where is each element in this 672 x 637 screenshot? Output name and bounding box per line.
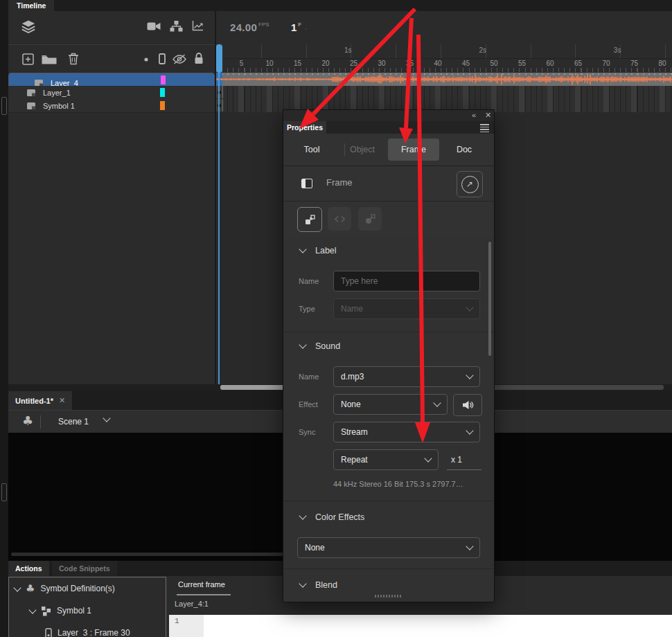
label-name-input[interactable] (333, 271, 480, 291)
frame-row-layer-1[interactable] (216, 86, 672, 100)
color-effect-select[interactable]: None (297, 537, 480, 558)
new-folder-button[interactable] (42, 55, 57, 64)
timeline-hscrollbar-thumb[interactable] (220, 385, 285, 390)
current-frame-display[interactable]: 1F · (291, 21, 307, 34)
section-sound[interactable]: Sound (283, 341, 494, 352)
object-header-label: Frame (326, 177, 353, 188)
ruler-ticks (216, 68, 672, 72)
chevron-down-icon[interactable] (13, 584, 21, 591)
audio-waveform-row[interactable] (216, 73, 672, 86)
tab-frame[interactable]: Frame (388, 134, 439, 165)
ruler-frame-number: 70 (602, 60, 610, 67)
layer-row-symbol-1[interactable]: Symbol 1 (8, 99, 215, 113)
divider (40, 415, 41, 429)
section-label[interactable]: Label (283, 245, 494, 256)
keyframe-marker[interactable] (216, 86, 223, 98)
convert-to-keyframe-button[interactable] (297, 207, 322, 232)
divider (283, 568, 494, 569)
tree-item-layer-3-frame-30[interactable]: Layer_3 : Frame 30 (9, 625, 166, 637)
tab-actions[interactable]: Actions (8, 561, 49, 576)
scene-chevron-down-icon[interactable] (103, 414, 110, 422)
script-editor[interactable]: 1 (169, 615, 672, 637)
sound-effect-select[interactable]: None (333, 394, 448, 415)
ruler-frame-number: 60 (546, 60, 554, 67)
chevron-down-icon (299, 580, 306, 587)
new-layer-button[interactable] (22, 53, 34, 65)
delete-layer-button[interactable] (68, 53, 79, 65)
properties-vscrollbar[interactable] (488, 242, 491, 356)
current-frame-tab[interactable]: Current frame (178, 580, 225, 589)
label-type-select[interactable]: Name (333, 298, 480, 319)
close-panel-icon[interactable]: ✕ (485, 111, 491, 120)
stage-hscrollbar[interactable] (11, 553, 291, 556)
layer-color-swatch[interactable] (160, 88, 165, 97)
document-tab[interactable]: Untitled-1* ✕ (8, 391, 72, 410)
close-document-icon[interactable]: ✕ (59, 396, 65, 405)
tab-properties[interactable]: Properties (283, 121, 326, 134)
tab-timeline[interactable]: Timeline (8, 0, 54, 11)
tab-tool[interactable]: Tool (294, 134, 329, 165)
sound-name-select[interactable]: d.mp3 (333, 366, 480, 387)
layer-color-swatch[interactable] (161, 75, 166, 84)
playhead-line (218, 73, 220, 384)
edit-sound-envelope-button[interactable] (453, 394, 482, 416)
help-launch-button[interactable]: ↗ (457, 171, 483, 197)
tab-object[interactable]: Object (343, 134, 382, 165)
scene-clubs-icon[interactable]: ♣ (22, 413, 33, 428)
sound-sync-label: Sync (299, 428, 315, 436)
ruler-frame-number: 45 (462, 60, 470, 67)
chevron-down-icon (299, 512, 306, 519)
ruler-frame-number: 25 (350, 60, 357, 67)
node-hierarchy-icon[interactable] (170, 21, 183, 32)
tree-item-symbol-1[interactable]: Symbol 1 (9, 602, 166, 619)
timeline-ruler[interactable]: 1s2s3s 5101520253035404550556065707580 (216, 44, 672, 73)
layer-toolbar (8, 44, 215, 73)
panel-menu-icon[interactable] (480, 124, 489, 134)
collapse-panel-icon[interactable]: « (472, 111, 476, 119)
lock-layers-icon[interactable] (194, 53, 204, 64)
fps-display[interactable]: 24.00FPS (230, 21, 269, 34)
current-frame-value: 1 (291, 21, 297, 33)
layers-stack-icon[interactable] (21, 19, 36, 33)
clubs-icon: ♣ (26, 582, 35, 595)
tree-item-symbol-definition-s-[interactable]: ♣Symbol Definition(s) (9, 580, 166, 597)
properties-tabbar: Properties (283, 121, 494, 134)
ruler-frame-number: 55 (518, 60, 526, 67)
chevron-down-icon (466, 303, 473, 311)
dock-handle[interactable] (1, 483, 7, 501)
sound-repeat-select[interactable]: Repeat (333, 449, 439, 470)
playhead[interactable] (216, 44, 222, 73)
ruler-frame-number: 15 (294, 60, 301, 67)
section-blend[interactable]: Blend (283, 580, 494, 591)
swap-symbol-button[interactable] (328, 207, 351, 231)
convert-symbol-icon (364, 213, 376, 225)
hide-layers-eye-icon[interactable] (172, 54, 187, 64)
divider (283, 332, 494, 332)
panel-resize-grip[interactable] (375, 595, 403, 598)
loop-count-field[interactable]: x 1 (447, 449, 481, 470)
scene-breadcrumb[interactable]: Scene 1 (58, 417, 89, 427)
layer-color-swatch[interactable] (160, 101, 165, 110)
dock-handle[interactable] (1, 97, 7, 115)
speaker-icon (462, 400, 474, 410)
camera-icon[interactable] (147, 21, 161, 31)
sound-sync-value: Stream (341, 427, 368, 437)
keyframe-marker[interactable] (216, 99, 223, 111)
script-navigator-tree: ♣Symbol Definition(s)Symbol 1Layer_3 : F… (8, 577, 166, 637)
section-color-effects[interactable]: Color Effects (283, 512, 494, 523)
graph-editor-icon[interactable] (192, 21, 203, 31)
sound-info-text: 44 kHz Stereo 16 Bit 175.3 s 2797.7… (333, 480, 463, 488)
chevron-down-icon (299, 341, 306, 348)
chevron-down-icon[interactable] (28, 606, 36, 613)
tab-code-snippets[interactable]: Code Snippets (52, 561, 117, 576)
convert-to-symbol-button[interactable] (358, 207, 382, 231)
layer-row-layer_1[interactable]: Layer_1 (8, 86, 215, 100)
tree-item-label: Layer_3 : Frame 30 (58, 628, 130, 637)
fps-value: 24.00 (230, 21, 257, 33)
highlight-layers-dot-icon[interactable] (144, 57, 148, 62)
sound-name-label: Name (299, 373, 319, 381)
outline-view-icon[interactable] (159, 53, 166, 64)
sound-sync-select[interactable]: Stream (333, 422, 480, 442)
tab-doc[interactable]: Doc (447, 134, 481, 165)
arrow-up-right-icon: ↗ (461, 176, 479, 193)
